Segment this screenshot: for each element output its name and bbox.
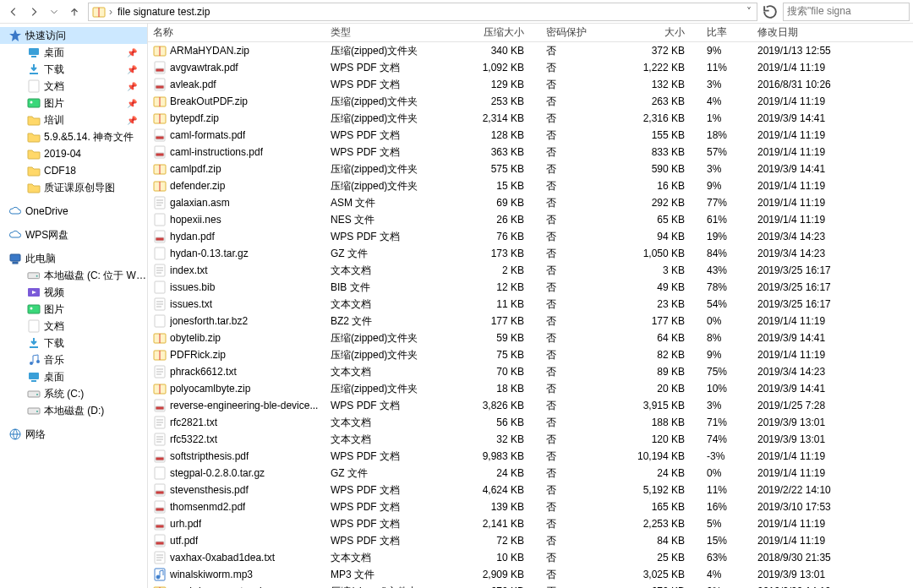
- address-dropdown-icon[interactable]: ˅: [741, 6, 757, 18]
- file-password: 否: [541, 314, 600, 329]
- file-row[interactable]: caml-formats.pdfWPS PDF 文档128 KB否155 KB1…: [148, 127, 913, 144]
- header-name[interactable]: 名称: [148, 25, 325, 40]
- txt-icon: [153, 433, 167, 446]
- sidebar-quick-access[interactable]: 快速访问: [0, 27, 147, 44]
- file-row[interactable]: hydan.pdfWPS PDF 文档76 KB否94 KB19%2019/3/…: [148, 228, 913, 245]
- music-icon: [27, 353, 41, 367]
- sidebar-this-pc[interactable]: 此电脑: [0, 250, 147, 267]
- file-row[interactable]: rfc2821.txt文本文档56 KB否188 KB71%2019/3/9 1…: [148, 414, 913, 431]
- file-row[interactable]: issues.bibBIB 文件12 KB否49 KB78%2019/3/25 …: [148, 279, 913, 296]
- sidebar-item[interactable]: 下载📌: [0, 61, 147, 78]
- sidebar: 快速访问 桌面📌下载📌文档📌图片📌培训📌5.9.&5.14. 神奇文件2019-…: [0, 24, 148, 588]
- file-row[interactable]: stevensthesis.pdfWPS PDF 文档4,624 KB否5,19…: [148, 482, 913, 498]
- file-name: polyocamlbyte.zip: [170, 383, 250, 395]
- sidebar-onedrive[interactable]: OneDrive: [0, 203, 147, 220]
- file-row[interactable]: avleak.pdfWPS PDF 文档129 KB否132 KB3%2016/…: [148, 76, 913, 93]
- file-name: utf.pdf: [170, 535, 198, 547]
- file-row[interactable]: utf.pdfWPS PDF 文档72 KB否84 KB15%2019/1/4 …: [148, 532, 913, 549]
- svg-rect-4: [31, 56, 36, 57]
- file-row[interactable]: thomsenmd2.pdfWPS PDF 文档139 KB否165 KB16%…: [148, 498, 913, 515]
- file-row[interactable]: hopexii.nesNES 文件26 KB否65 KB61%2019/1/4 …: [148, 211, 913, 228]
- nav-up-button[interactable]: [64, 2, 85, 22]
- file-row[interactable]: caml-instructions.pdfWPS PDF 文档363 KB否83…: [148, 144, 913, 161]
- sidebar-item[interactable]: 音乐: [0, 351, 147, 368]
- sidebar-network[interactable]: 网络: [0, 426, 147, 443]
- sidebar-item[interactable]: 质证课原创导图: [0, 179, 147, 196]
- file-row[interactable]: word-decrementer.zip压缩(zipped)文件夹670 KB否…: [148, 583, 913, 588]
- file-ratio: 54%: [702, 298, 752, 310]
- zip-icon: [153, 179, 167, 193]
- file-row[interactable]: BreakOutPDF.zip压缩(zipped)文件夹253 KB否263 K…: [148, 93, 913, 110]
- sidebar-item[interactable]: 下载: [0, 335, 147, 351]
- sidebar-item[interactable]: 本地磁盘 (C: 位于 WEN: [0, 267, 147, 284]
- search-placeholder: 搜索"file signa: [787, 4, 851, 19]
- header-ratio[interactable]: 比率: [702, 25, 752, 40]
- file-row[interactable]: vaxhax-0xabad1dea.txt文本文档10 KB否25 KB63%2…: [148, 549, 913, 566]
- sidebar-item[interactable]: 文档: [0, 318, 147, 335]
- file-row[interactable]: winalskiworm.mp3MP3 文件2,909 KB否3,025 KB4…: [148, 566, 913, 583]
- nav-history-button[interactable]: [44, 2, 64, 22]
- header-type[interactable]: 类型: [325, 25, 440, 40]
- file-size: 292 KB: [600, 197, 702, 209]
- file-compressed-size: 75 KB: [440, 349, 541, 361]
- file-list[interactable]: ARMaHYDAN.zip压缩(zipped)文件夹340 KB否372 KB9…: [148, 42, 913, 588]
- file-row[interactable]: hydan-0.13.tar.gzGZ 文件173 KB否1,050 KB84%…: [148, 245, 913, 262]
- file-row[interactable]: stegpal-0.2.8.0.tar.gzGZ 文件24 KB否24 KB0%…: [148, 465, 913, 482]
- sidebar-item[interactable]: 5.9.&5.14. 神奇文件: [0, 128, 147, 145]
- sidebar-item[interactable]: 系统 (C:): [0, 385, 147, 402]
- file-row[interactable]: ARMaHYDAN.zip压缩(zipped)文件夹340 KB否372 KB9…: [148, 42, 913, 59]
- file-password: 否: [541, 466, 600, 481]
- header-date[interactable]: 修改日期: [752, 25, 862, 40]
- file-row[interactable]: phrack6612.txt文本文档70 KB否89 KB75%2019/3/4…: [148, 363, 913, 380]
- sidebar-item-label: 本地磁盘 (D:): [44, 404, 104, 418]
- file-password: 否: [541, 95, 600, 109]
- network-icon: [8, 427, 22, 441]
- sidebar-item[interactable]: 视频: [0, 284, 147, 301]
- refresh-button[interactable]: [761, 3, 779, 21]
- file-row[interactable]: obytelib.zip压缩(zipped)文件夹59 KB否64 KB8%20…: [148, 329, 913, 346]
- sidebar-item[interactable]: 图片: [0, 301, 147, 318]
- file-row[interactable]: bytepdf.zip压缩(zipped)文件夹2,314 KB否2,316 K…: [148, 110, 913, 127]
- file-password: 否: [541, 297, 600, 312]
- file-password: 否: [541, 551, 600, 565]
- file-row[interactable]: reverse-engineering-ble-device...WPS PDF…: [148, 397, 913, 414]
- sidebar-item[interactable]: CDF18: [0, 162, 147, 179]
- sidebar-item[interactable]: 培训📌: [0, 112, 147, 128]
- file-row[interactable]: galaxian.asmASM 文件69 KB否292 KB77%2019/1/…: [148, 194, 913, 211]
- file-row[interactable]: avgvawtrak.pdfWPS PDF 文档1,092 KB否1,222 K…: [148, 59, 913, 76]
- header-size[interactable]: 大小: [600, 25, 702, 40]
- file-row[interactable]: jonesforth.tar.bz2BZ2 文件177 KB否177 KB0%2…: [148, 313, 913, 329]
- file-name: rfc5322.txt: [170, 433, 217, 445]
- file-row[interactable]: polyocamlbyte.zip压缩(zipped)文件夹18 KB否20 K…: [148, 380, 913, 397]
- file-row[interactable]: camlpdf.zip压缩(zipped)文件夹575 KB否590 KB3%2…: [148, 161, 913, 177]
- address-bar[interactable]: › file signature test.zip ˅: [88, 3, 757, 21]
- sidebar-item[interactable]: 2019-04: [0, 145, 147, 162]
- file-size: 3,025 KB: [600, 569, 702, 580]
- sidebar-item[interactable]: 桌面📌: [0, 44, 147, 61]
- file-compressed-size: 59 KB: [440, 332, 541, 344]
- search-input[interactable]: 搜索"file signa: [783, 3, 910, 21]
- sidebar-item[interactable]: 本地磁盘 (D:): [0, 402, 147, 419]
- file-date: 2019/1/4 11:19: [752, 95, 862, 107]
- header-compressed-size[interactable]: 压缩大小: [440, 25, 541, 40]
- downloads-icon: [27, 336, 41, 350]
- nav-back-button[interactable]: [3, 2, 24, 22]
- file-row[interactable]: PDFRick.zip压缩(zipped)文件夹75 KB否82 KB9%201…: [148, 346, 913, 363]
- file-row[interactable]: rfc5322.txt文本文档32 KB否120 KB74%2019/3/9 1…: [148, 431, 913, 448]
- file-row[interactable]: defender.zip压缩(zipped)文件夹15 KB否16 KB9%20…: [148, 177, 913, 194]
- sidebar-wps[interactable]: WPS网盘: [0, 226, 147, 243]
- sidebar-item[interactable]: 文档📌: [0, 78, 147, 95]
- nav-forward-button[interactable]: [24, 2, 44, 22]
- file-row[interactable]: softstripthesis.pdfWPS PDF 文档9,983 KB否10…: [148, 448, 913, 465]
- file-row[interactable]: index.txt文本文档2 KB否3 KB43%2019/3/25 16:17: [148, 262, 913, 279]
- header-password[interactable]: 密码保护: [541, 25, 600, 40]
- sidebar-item[interactable]: 图片📌: [0, 95, 147, 112]
- file-row[interactable]: urh.pdfWPS PDF 文档2,141 KB否2,253 KB5%2019…: [148, 515, 913, 532]
- zip-icon: [153, 112, 167, 125]
- sidebar-item-label: 培训: [44, 113, 64, 128]
- sidebar-item[interactable]: 桌面: [0, 368, 147, 385]
- file-size: 833 KB: [600, 146, 702, 158]
- file-password: 否: [541, 247, 600, 261]
- file-row[interactable]: issues.txt文本文档11 KB否23 KB54%2019/3/25 16…: [148, 296, 913, 313]
- file-ratio: 9%: [702, 180, 752, 192]
